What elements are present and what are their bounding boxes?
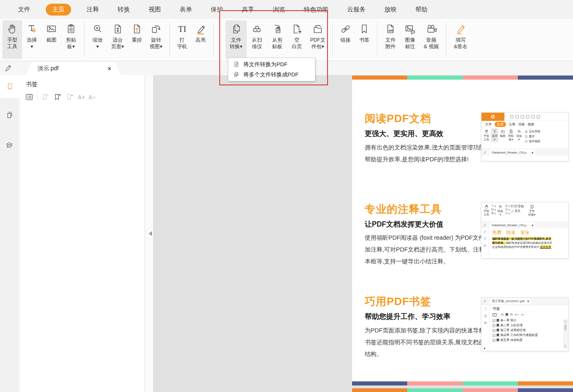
tool-bookmark[interactable]: 书签 <box>355 20 374 59</box>
tool-label: 链接 <box>341 37 351 43</box>
bm-list-icon <box>25 93 34 102</box>
annotate-pencil-icon[interactable] <box>4 64 13 73</box>
portfolio-icon <box>312 23 324 35</box>
ribbon-tab[interactable]: 浏览 <box>270 4 288 16</box>
from-clipboard-icon <box>271 23 283 35</box>
tool-audio-video[interactable]: 音频& 视频 <box>420 20 443 59</box>
stripe-segment <box>352 76 407 80</box>
ribbon-tab[interactable]: 帮助 <box>412 4 431 16</box>
screenshot-thumbnail-reader: G 文件主页注释转换视图 手型工具选择▾截图剪贴板▾缩放▾适合页面重排旋转视图 … <box>481 112 569 161</box>
scroll-thumb[interactable] <box>564 325 566 330</box>
thumb2-mini-tool: ▾ <box>491 212 496 215</box>
bookmarks-panel-toolbar: A+A− <box>25 93 145 102</box>
tool-from-clipboard[interactable]: 从剪贴板 <box>267 20 288 59</box>
ribbon-tab[interactable]: 保护 <box>207 4 226 16</box>
close-icon[interactable]: × <box>108 65 111 72</box>
scroll-down-icon[interactable]: v <box>564 344 567 348</box>
tool-hand-tool[interactable]: 手型工具 <box>2 20 22 59</box>
tool-zoom[interactable]: 缩放▾ <box>88 20 107 59</box>
document-view-area[interactable]: 阅读PDF文档 更强大、更实用、更高效 拥有出色的文档渲染效果,强大的页面管理功… <box>153 75 573 392</box>
sidebar-item-comments[interactable] <box>0 134 20 157</box>
thumb1-tool: 缩放▾ <box>515 128 523 142</box>
thumb2-mini-tool: ▾ <box>491 204 496 207</box>
ribbon-tab[interactable]: 放映 <box>381 4 400 16</box>
tool-select-tool[interactable]: 选择▾ <box>22 20 42 59</box>
bookmarks-panel: 书签 A+A− <box>20 75 145 392</box>
close-icon: x <box>531 223 533 227</box>
tool-link[interactable]: 链接 <box>336 20 355 59</box>
tool-file-convert[interactable]: 文件转换▾ <box>225 20 247 59</box>
stripe-segment <box>463 76 518 80</box>
ribbon-tab[interactable]: 文件 <box>15 4 33 16</box>
ribbon-tab[interactable]: 共享 <box>239 4 257 16</box>
menu-item-convert-file-to-pdf[interactable]: 将文件转换为PDF <box>228 59 315 69</box>
thumb1-titlebar: G <box>482 113 568 121</box>
thumb1-toolbar: 手型工具选择▾截图剪贴板▾缩放▾适合页面重排旋转视图 <box>482 127 568 149</box>
stripe-segment <box>407 388 462 392</box>
scroll-down-icon: ▼ <box>483 347 486 350</box>
ribbon-tab[interactable]: 表单 <box>176 4 195 16</box>
bm-add-icon <box>53 93 62 102</box>
tool-clipboard[interactable]: 剪贴板▾ <box>61 20 81 59</box>
tool-label: 手型工具 <box>7 37 18 50</box>
ribbon-tab[interactable]: 视图 <box>145 4 164 16</box>
bookmark-add-button[interactable] <box>53 93 62 102</box>
thumb1-tab: 视图 <box>528 122 534 127</box>
bookmark-list-icon: ≡ <box>493 313 497 316</box>
link-icon <box>339 23 352 35</box>
pencil-icon <box>483 151 487 154</box>
close-icon: x <box>531 151 533 154</box>
ribbon-tab[interactable]: 转换 <box>114 4 133 16</box>
bookmark-delete-button[interactable] <box>41 93 50 102</box>
thumb1-tool: 手型工具 <box>483 128 490 142</box>
select-icon <box>26 23 38 35</box>
clipboard-icon <box>491 212 494 215</box>
tool-blank-page[interactable]: 空白页 <box>288 20 306 59</box>
sidebar-item-bookmarks[interactable] <box>0 75 20 98</box>
tool-reflow[interactable]: 重排 <box>128 20 146 59</box>
scroll-up-icon[interactable]: ^ <box>564 320 567 324</box>
tool-file-attachment[interactable]: 文件附件 <box>381 20 400 59</box>
tool-rotate-view[interactable]: 旋转视图▾ <box>146 20 166 59</box>
collapse-panel-arrow-icon[interactable] <box>146 231 152 236</box>
tool-label: 书签 <box>359 37 370 43</box>
bm-expand-icon <box>65 93 74 102</box>
tool-fit-page[interactable]: 适合页面▾ <box>107 20 128 59</box>
comments-icon <box>484 321 488 325</box>
fit-page-icon <box>111 23 124 35</box>
tool-highlight[interactable]: 高亮 <box>191 20 210 59</box>
thumb3-panel-title: 书签 <box>493 306 568 312</box>
stripe-segment <box>463 381 518 385</box>
bookmark-expand-button[interactable] <box>65 93 74 102</box>
bookmark-delete-icon <box>501 313 504 316</box>
tool-label: 打字机 <box>177 37 187 50</box>
sidebar-item-pages[interactable] <box>0 104 20 127</box>
tool-image-annotation[interactable]: 图像标注 <box>400 20 420 59</box>
document-tab[interactable]: 演示.pdf × <box>26 62 121 75</box>
thumb3-scrollbar[interactable]: ^ v <box>564 320 567 348</box>
tool-fill-sign[interactable]: 填写&签名 <box>450 20 472 59</box>
stripe-segment <box>463 388 518 392</box>
menu-item-convert-multiple-to-pdf[interactable]: 将多个文件转换成PDF <box>228 69 315 80</box>
bookmark-tree-item: +第三章 试用期管理 <box>493 328 568 333</box>
ribbon-tab[interactable]: 主页 <box>46 4 71 16</box>
font-decrease-button[interactable]: A− <box>88 94 96 100</box>
thumb-doc-tab: 员工手册_20120917.pdfx <box>489 298 532 304</box>
font-increase-label: A+ <box>515 313 519 316</box>
thumb1-tool: 选择▾ <box>491 128 498 142</box>
ribbon-tab[interactable]: 注释 <box>83 4 102 16</box>
bookmark-list-button[interactable] <box>25 93 34 102</box>
ribbon-tab[interactable]: 云服务 <box>344 4 369 16</box>
tool-snapshot[interactable]: 截图 <box>42 20 61 59</box>
ribbon-tab[interactable]: 特色功能 <box>301 4 332 16</box>
stripe-segment <box>518 388 573 392</box>
tool-from-scanner[interactable]: 从扫描仪 <box>247 20 267 59</box>
reflow-icon <box>505 208 508 211</box>
font-increase-button[interactable]: A+ <box>78 94 85 100</box>
rotate-icon <box>524 140 528 143</box>
thumb1-ribbon-tabs: 文件主页注释转换视图 <box>482 121 568 127</box>
zoom-icon <box>498 204 503 209</box>
tool-typewriter[interactable]: TI打字机 <box>173 20 191 59</box>
tool-pdf-portfolio[interactable]: PDF文件包▾ <box>306 20 329 59</box>
bm-delete-icon <box>41 93 50 102</box>
